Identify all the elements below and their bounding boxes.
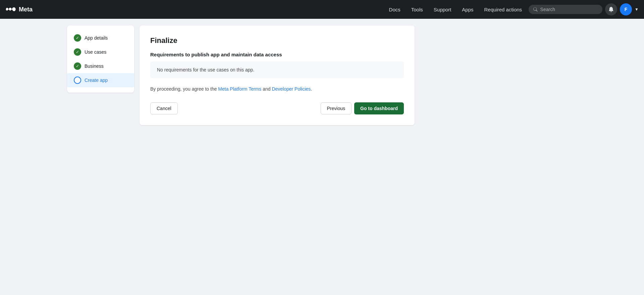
notifications-button[interactable] [605, 3, 617, 15]
nav-support[interactable]: Support [430, 4, 455, 15]
info-message: No requirements for the use cases on thi… [157, 67, 254, 72]
step-business[interactable]: ✓ Business [67, 59, 134, 73]
step-check-icon-app-details: ✓ [74, 34, 81, 42]
cancel-button[interactable]: Cancel [150, 102, 178, 114]
meta-logo-text: Meta [19, 6, 33, 13]
meta-platform-terms-link[interactable]: Meta Platform Terms [218, 86, 261, 92]
agreement-suffix: . [311, 86, 312, 92]
agreement-prefix: By proceeding, you agree to the [150, 86, 218, 92]
step-use-cases[interactable]: ✓ Use cases [67, 45, 134, 59]
agreement-text: By proceeding, you agree to the Meta Pla… [150, 86, 404, 92]
step-app-details[interactable]: ✓ App details [67, 31, 134, 45]
section-subtitle: Requirements to publish app and maintain… [150, 52, 404, 57]
search-input[interactable] [540, 7, 598, 12]
nav-required-actions[interactable]: Required actions [480, 4, 526, 15]
go-to-dashboard-button[interactable]: Go to dashboard [354, 102, 404, 114]
navbar: Meta Docs Tools Support Apps Required ac… [0, 0, 644, 19]
nav-right: F ▼ [605, 3, 639, 15]
nav-apps[interactable]: Apps [458, 4, 477, 15]
search-icon [533, 7, 538, 12]
button-row: Cancel Previous Go to dashboard [150, 102, 404, 114]
requirements-info-box: No requirements for the use cases on thi… [150, 61, 404, 78]
nav-links: Docs Tools Support Apps Required actions… [385, 3, 639, 15]
step-check-icon-use-cases: ✓ [74, 48, 81, 56]
panel-title: Finalize [150, 36, 404, 45]
step-label-create-app: Create app [85, 78, 108, 83]
content-area: ✓ App details ✓ Use cases ✓ Business Cre… [0, 19, 470, 132]
finalize-panel: Finalize Requirements to publish app and… [140, 26, 415, 125]
step-circle-icon-create-app [74, 77, 81, 84]
search-bar [529, 5, 602, 14]
meta-logo-icon [5, 6, 16, 13]
btn-group-right: Previous Go to dashboard [321, 102, 404, 114]
agreement-middle: and [261, 86, 272, 92]
step-check-icon-business: ✓ [74, 62, 81, 70]
developer-policies-link[interactable]: Developer Policies [272, 86, 311, 92]
step-label-use-cases: Use cases [85, 49, 106, 55]
avatar-initials: F [625, 7, 628, 12]
nav-docs[interactable]: Docs [385, 4, 405, 15]
step-label-app-details: App details [85, 35, 108, 41]
meta-logo: Meta [5, 6, 33, 13]
user-avatar-button[interactable]: F [620, 3, 632, 15]
nav-tools[interactable]: Tools [407, 4, 427, 15]
step-create-app[interactable]: Create app [67, 73, 134, 87]
account-dropdown-button[interactable]: ▼ [635, 7, 639, 12]
previous-button[interactable]: Previous [321, 102, 352, 114]
bell-icon [608, 7, 614, 12]
steps-sidebar: ✓ App details ✓ Use cases ✓ Business Cre… [67, 26, 134, 93]
step-label-business: Business [85, 63, 104, 69]
